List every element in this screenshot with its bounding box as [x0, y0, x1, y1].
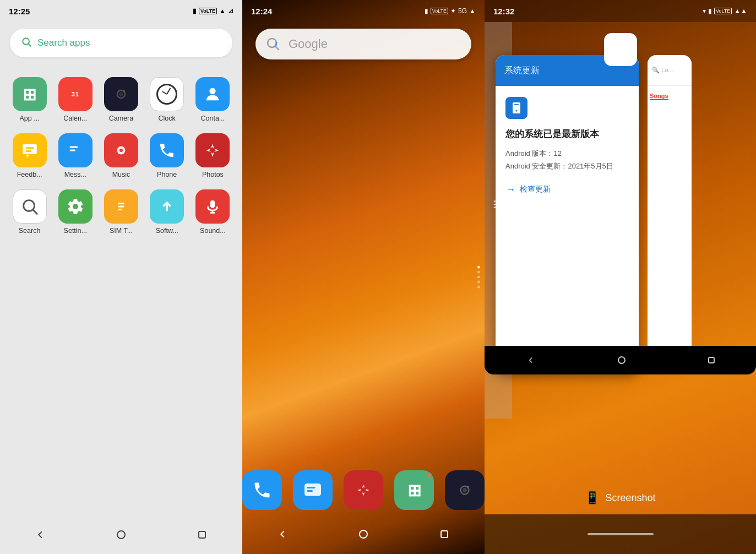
app-icon-contacts [195, 77, 230, 111]
app-icon-search [13, 189, 47, 224]
dock-camera[interactable] [445, 470, 485, 510]
search-input[interactable] [37, 37, 221, 48]
google-search-bar[interactable]: Google [255, 29, 471, 59]
app-icon-appstore: ⊞ [13, 77, 47, 111]
signal-panel3: ▲▲ [734, 7, 747, 15]
app-item-clock[interactable]: Clock [144, 70, 190, 127]
back-button-panel1[interactable] [29, 524, 51, 546]
app-item-phone[interactable]: Phone [144, 127, 190, 183]
status-icons-panel1: ▮ VoLTE ▲ ⊿ [193, 7, 233, 15]
check-update-button[interactable]: → 检查更新 [505, 184, 629, 195]
card-nav-bar [496, 346, 639, 374]
recents-button-panel2[interactable] [433, 523, 455, 545]
app-label-clock: Clock [159, 115, 176, 122]
time-panel1: 12:25 [9, 7, 30, 16]
check-update-label: 检查更新 [520, 184, 551, 194]
app-item-search[interactable]: Search [7, 183, 52, 239]
app-label-calendar: Calen... [63, 115, 87, 122]
app-item-software[interactable]: Softw... [144, 183, 190, 239]
back-button-panel2[interactable] [271, 523, 293, 545]
svg-rect-32 [307, 487, 316, 488]
svg-point-15 [119, 149, 123, 152]
dock-messages[interactable] [293, 470, 333, 510]
svg-rect-31 [304, 484, 321, 496]
dock-photos[interactable] [344, 470, 383, 510]
app-label-messages: Mess... [64, 171, 86, 178]
app-icon-clock [150, 77, 184, 111]
app-icon-feedback [13, 133, 47, 167]
card-header-title: 系统更新 [504, 65, 540, 77]
app-label-software: Softw... [156, 227, 178, 235]
battery-panel3: ▮ [708, 7, 712, 15]
svg-point-43 [516, 110, 518, 112]
app-item-feedback[interactable]: Feedb... [7, 127, 52, 183]
svg-point-37 [463, 488, 467, 492]
app-label-sound: Sound... [200, 227, 226, 235]
svg-rect-33 [307, 490, 313, 492]
app-icon-messages [58, 133, 93, 167]
status-bar-panel3: 12:32 ▾ ▮ VoLTE ▲▲ [485, 0, 756, 22]
svg-point-38 [467, 486, 469, 488]
svg-rect-25 [210, 200, 215, 208]
search-bar[interactable] [10, 29, 232, 57]
app-label-contacts: Conta... [201, 115, 225, 122]
app-label-feedback: Feedb... [17, 171, 42, 178]
svg-point-4 [119, 92, 123, 96]
bluetooth-icon: ✦ [450, 7, 456, 15]
dock-appstore[interactable]: ⊞ [394, 470, 434, 510]
status-icons-panel2: ▮ VoLTE ✦ 5G ▲ [425, 7, 476, 15]
app-drawer-panel: 12:25 ▮ VoLTE ▲ ⊿ ⊞ App ... [0, 0, 242, 554]
svg-point-6 [210, 88, 216, 94]
home-indicator[interactable] [588, 533, 654, 535]
app-item-calendar[interactable]: 31 Calen... [52, 70, 98, 127]
svg-point-34 [353, 480, 373, 500]
card-back-icon [526, 355, 536, 365]
home-button-panel1[interactable] [110, 524, 132, 546]
app-label-photos: Photos [202, 171, 224, 178]
dock-phone[interactable] [242, 470, 282, 510]
android-security: Android 安全更新：2021年5月5日 [505, 162, 613, 170]
app-icon-settings [58, 189, 93, 224]
recent-card-system-update[interactable]: 系统更新 您的系统已是最新版本 Android 版本：12 Android 安全… [496, 55, 639, 374]
bottom-nav-panel2 [242, 514, 485, 554]
app-item-simt[interactable]: SIM T... [98, 183, 144, 239]
home-screen-panel: 12:24 ▮ VoLTE ✦ 5G ▲ Google [242, 0, 485, 554]
volte-panel2: VoLTE [431, 8, 448, 14]
floating-app-icon [604, 33, 637, 66]
battery-panel2: ▮ [425, 7, 428, 15]
app-item-messages[interactable]: Mess... [52, 127, 98, 183]
svg-rect-11 [69, 146, 78, 148]
card-partial-header: 🔍 Lo... [648, 55, 692, 86]
recent-card-partial[interactable]: 🔍 Lo... Songs ⊙ Music [648, 55, 692, 374]
svg-point-0 [23, 38, 29, 45]
system-update-title: 您的系统已是最新版本 [505, 128, 629, 140]
home-button-panel2[interactable] [352, 523, 374, 545]
card-partial-body: Songs [648, 86, 692, 346]
app-item-settings[interactable]: Settin... [52, 183, 98, 239]
recents-button-panel1[interactable] [191, 524, 213, 546]
svg-rect-20 [118, 203, 124, 204]
app-grid: ⊞ App ... 31 Calen... Camera [0, 66, 242, 243]
google-search-icon [264, 35, 282, 53]
app-item-music[interactable]: Music [98, 127, 144, 183]
app-icon-phone [150, 133, 184, 167]
search-bar-container [0, 22, 242, 66]
app-item-photos[interactable]: Photos [190, 127, 236, 183]
svg-rect-21 [118, 206, 124, 208]
time-panel2: 12:24 [251, 7, 272, 16]
app-item-camera[interactable]: Camera [98, 70, 144, 127]
screenshot-bar[interactable]: 📱 Screenshot [485, 481, 756, 514]
app-icon-camera [104, 77, 138, 111]
app-label-phone: Phone [157, 171, 177, 178]
svg-line-18 [33, 210, 37, 214]
app-label-appstore: App ... [20, 115, 40, 122]
android-version: Android 版本：12 [505, 149, 562, 157]
signal-bars: ▲ [469, 7, 476, 15]
app-item-sound[interactable]: Sound... [190, 183, 236, 239]
app-item-appstore[interactable]: ⊞ App ... [7, 70, 52, 127]
app-icon-sound [195, 189, 230, 224]
status-icons-panel3: ▾ ▮ VoLTE ▲▲ [703, 7, 747, 15]
volte-badge: VoLTE [199, 8, 217, 14]
svg-point-5 [123, 90, 125, 92]
app-item-contacts[interactable]: Conta... [190, 70, 236, 127]
